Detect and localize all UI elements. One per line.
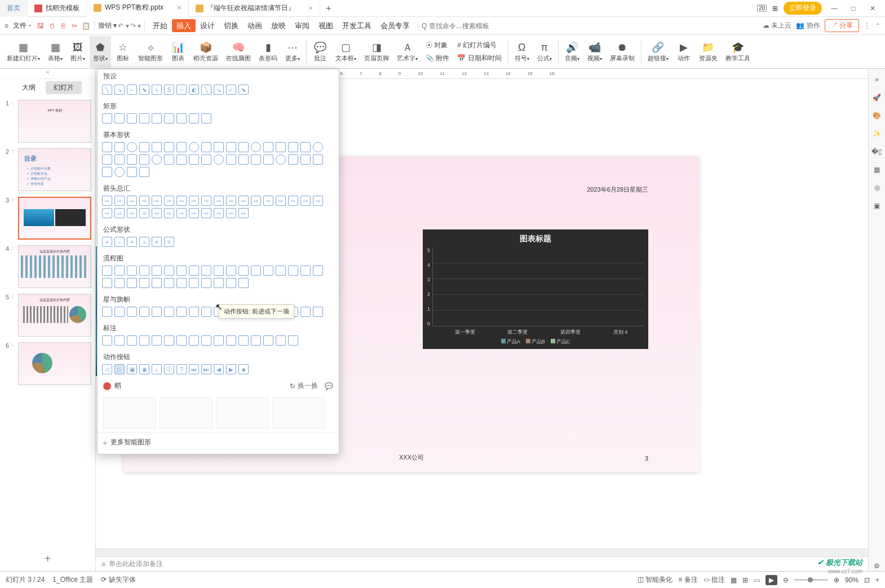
shape-基本形状-36[interactable] — [102, 167, 112, 177]
shape-基本形状-7[interactable] — [189, 142, 199, 152]
more-icon[interactable]: ⋮ — [864, 22, 870, 30]
shape-标注-10[interactable] — [226, 335, 236, 346]
shape-箭头总汇-12[interactable]: ⇨ — [251, 196, 261, 206]
shape-基本形状-10[interactable] — [226, 142, 236, 152]
refresh-button[interactable]: ↻ 换一换 — [290, 381, 318, 391]
thumb-star-icon[interactable]: ☆ — [10, 245, 16, 251]
shape-星与旗帜-5[interactable] — [164, 307, 174, 317]
ribbon-条形码[interactable]: ▮条形码 — [255, 36, 281, 68]
shape-基本形状-1[interactable] — [114, 142, 125, 152]
shape-基本形状-32[interactable] — [276, 154, 286, 165]
menu-审阅[interactable]: 审阅 — [290, 19, 314, 32]
shape-流程图-5[interactable] — [164, 266, 174, 276]
status-notes[interactable]: ≡ 备注 — [678, 575, 697, 585]
tab-template[interactable]: 找稻壳模板 — [28, 0, 87, 17]
shape-流程图-4[interactable] — [152, 266, 162, 276]
shape-星与旗帜-1[interactable] — [114, 307, 125, 317]
zoom-value[interactable]: 90% — [845, 576, 859, 584]
shape-基本形状-34[interactable] — [300, 154, 311, 165]
shape-动作按钮-7[interactable]: ⏮ — [189, 364, 199, 374]
shape-流程图-18[interactable] — [102, 278, 112, 288]
shape-preset-1[interactable]: ↘ — [114, 85, 125, 95]
shape-箭头总汇-28[interactable]: ⇨ — [226, 208, 236, 218]
ribbon-音频[interactable]: 🔊音频▾ — [561, 36, 583, 68]
minimize-icon[interactable]: — — [828, 5, 841, 12]
shape-preset-11[interactable]: ⬊ — [238, 85, 249, 95]
shape-矩形-8[interactable] — [201, 113, 211, 123]
shape-标注-15[interactable] — [288, 335, 298, 346]
ribbon-资源夹[interactable]: 📁资源夹 — [696, 36, 721, 68]
shape-基本形状-0[interactable] — [102, 142, 112, 152]
panel-collapse-icon[interactable]: « — [0, 69, 95, 79]
shape-标注-6[interactable] — [176, 335, 187, 346]
shape-星与旗帜-4[interactable] — [152, 307, 162, 317]
fullscreen-icon[interactable]: + — [875, 576, 879, 584]
shape-流程图-19[interactable] — [114, 278, 125, 288]
thumb-star-icon[interactable]: ☆ — [10, 294, 16, 300]
side-sparkle-icon[interactable]: ✨ — [872, 129, 882, 139]
ribbon-智能图形[interactable]: ⟐智能图形 — [135, 36, 166, 68]
shape-preset-4[interactable]: ∿ — [152, 85, 162, 95]
view-reading-icon[interactable]: ▭ — [754, 576, 760, 584]
shape-preset-3[interactable]: ⬊ — [139, 85, 149, 95]
shape-矩形-0[interactable] — [102, 113, 112, 123]
ribbon-形状[interactable]: ⬟形状▾ — [90, 36, 111, 68]
side-select-icon[interactable]: �▯ — [872, 147, 882, 157]
smart-template-4[interactable] — [272, 397, 325, 429]
menu-切换[interactable]: 切换 — [219, 19, 243, 32]
ribbon-表格[interactable]: ▦表格▾ — [45, 36, 66, 68]
shape-流程图-24[interactable] — [176, 278, 187, 288]
notes-placeholder[interactable]: 单击此处添加备注 — [109, 559, 163, 569]
menu-动画[interactable]: 动画 — [243, 19, 267, 32]
shape-基本形状-15[interactable] — [288, 142, 298, 152]
shape-流程图-10[interactable] — [226, 266, 236, 276]
view-normal-icon[interactable]: ▦ — [731, 576, 737, 584]
shape-动作按钮-4[interactable]: ⌂ — [152, 364, 162, 374]
shape-动作按钮-5[interactable]: ⓘ — [164, 364, 174, 374]
ribbon-批注[interactable]: 💬批注 — [309, 36, 331, 68]
slide-thumb-4[interactable]: 这是直座的主角内容 — [18, 245, 91, 288]
shape-箭头总汇-4[interactable]: ⇨ — [152, 196, 162, 206]
shape-标注-2[interactable] — [127, 335, 137, 346]
shape-基本形状-20[interactable] — [127, 154, 137, 165]
tab-close-icon[interactable]: ✕ — [308, 5, 313, 11]
shape-流程图-9[interactable] — [214, 266, 224, 276]
ribbon-稻壳资源[interactable]: 📦稻壳资源 — [190, 36, 222, 68]
cloud-status[interactable]: ☁ 未上云 — [763, 21, 791, 30]
shape-流程图-11[interactable] — [238, 266, 249, 276]
shape-标注-7[interactable] — [189, 335, 199, 346]
menu-开发工具[interactable]: 开发工具 — [338, 19, 376, 32]
shape-动作按钮-10[interactable]: ▶ — [226, 364, 236, 374]
redo-icon[interactable]: ↷ ▾ — [130, 22, 141, 30]
shape-箭头总汇-0[interactable]: ⇨ — [102, 196, 112, 206]
shape-preset-7[interactable]: ◐ — [189, 85, 199, 95]
preview-icon[interactable]: ⎘ — [58, 21, 68, 31]
shape-流程图-6[interactable] — [176, 266, 187, 276]
menu-icon[interactable]: ≡ — [5, 22, 8, 30]
ribbon-图标[interactable]: ☆图标 — [112, 36, 134, 68]
shape-动作按钮-1[interactable]: ▷ — [114, 364, 125, 374]
ribbon-object[interactable]: ☉ 对象 — [422, 39, 453, 51]
tab-slides[interactable]: 幻灯片 — [46, 81, 82, 94]
ribbon-图片[interactable]: 🖼图片▾ — [67, 36, 88, 68]
shape-preset-10[interactable]: ⌐ — [226, 85, 236, 95]
shape-标注-5[interactable] — [164, 335, 174, 346]
shape-流程图-12[interactable] — [251, 266, 261, 276]
shape-标注-12[interactable] — [251, 335, 261, 346]
shape-基本形状-39[interactable] — [139, 167, 149, 177]
shape-箭头总汇-14[interactable]: ⇨ — [276, 196, 286, 206]
shape-箭头总汇-25[interactable]: ⇨ — [189, 208, 199, 218]
tab-doc-active[interactable]: WPS PPT教程.pptx✕ — [87, 0, 189, 17]
ribbon-公式[interactable]: π公式▾ — [534, 36, 555, 68]
shape-基本形状-19[interactable] — [114, 154, 125, 165]
shape-流程图-25[interactable] — [189, 278, 199, 288]
horizontal-scrollbar[interactable] — [96, 549, 868, 556]
shape-箭头总汇-23[interactable]: ⇨ — [164, 208, 174, 218]
shape-箭头总汇-24[interactable]: ⇨ — [176, 208, 187, 218]
thumb-star-icon[interactable]: ☆ — [10, 148, 16, 154]
ribbon-新建幻灯片[interactable]: ▦新建幻灯片▾ — [3, 36, 43, 68]
shape-流程图-3[interactable] — [139, 266, 149, 276]
shape-preset-2[interactable]: ⌐ — [127, 85, 137, 95]
shape-基本形状-16[interactable] — [300, 142, 311, 152]
shape-基本形状-23[interactable] — [164, 154, 174, 165]
